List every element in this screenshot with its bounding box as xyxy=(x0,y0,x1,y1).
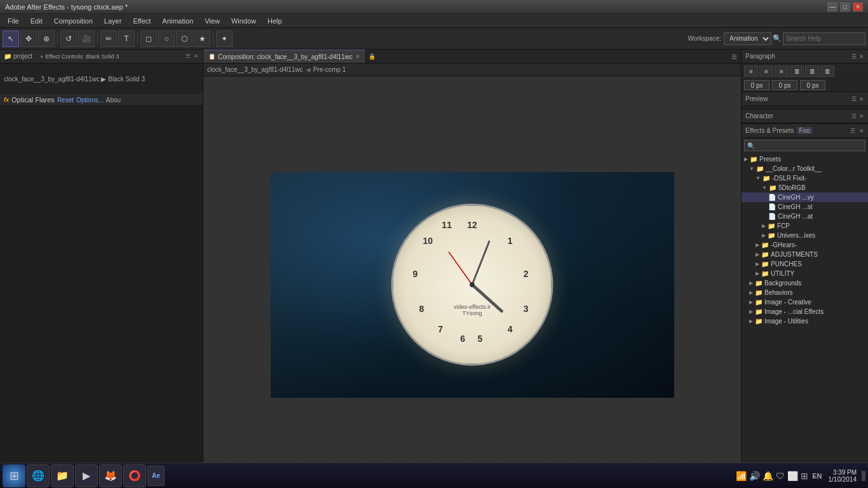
effects-close-btn[interactable]: ✕ xyxy=(859,128,864,134)
maximize-button[interactable]: □ xyxy=(840,3,850,11)
taskbar-media-btn[interactable]: ▶ xyxy=(75,464,98,487)
comp-tab-label: Composition: clock_face__3_by_agf81-d4l1… xyxy=(218,53,353,60)
center-panel: 📋 Composition: clock_face__3_by_agf81-d4… xyxy=(203,50,741,488)
tree-item-punches[interactable]: ▶ 📁 PUNCHES xyxy=(742,259,868,269)
effects-search-input[interactable] xyxy=(744,140,865,151)
tool-rotate[interactable]: ↺ xyxy=(60,30,77,47)
tool-pen[interactable]: ✏ xyxy=(100,30,117,47)
tree-item-fcp[interactable]: ▶ 📁 FCP xyxy=(742,221,868,231)
tree-arrow: ▶ xyxy=(749,309,753,315)
toolbar: ↖ ✥ ⊕ ↺ 🎥 ✏ T ◻ ○ ⬡ ★ ✦ Workspace: Anima… xyxy=(0,28,868,50)
clock-branding: video-effects.ir TYsong xyxy=(454,304,491,316)
tree-item-image-special[interactable]: ▶ 📁 Image - ...cial Effects xyxy=(742,307,868,316)
systray-notifications[interactable]: 🔔 xyxy=(763,471,773,481)
taskbar-start-button[interactable]: ⊞ xyxy=(3,464,25,487)
tree-item-backgrounds[interactable]: ▶ 📁 Backgrounds xyxy=(742,278,868,288)
effects-menu-btn[interactable]: ☰ xyxy=(850,128,855,134)
tool-shape-poly[interactable]: ⬡ xyxy=(176,30,193,47)
tree-item-ghears[interactable]: ▶ 📁 -GHears- xyxy=(742,240,868,250)
menu-view[interactable]: View xyxy=(200,16,225,26)
taskbar-clock[interactable]: 3:39 PM 1/10/2014 xyxy=(826,469,860,483)
app-title: Adobe After Effects - tysong clock.aep * xyxy=(5,3,128,11)
tree-item-cinegh-2[interactable]: 📄 CineGH ...st xyxy=(742,202,868,212)
paragraph-close-btn[interactable]: ✕ xyxy=(859,53,864,60)
menu-help[interactable]: Help xyxy=(262,16,287,26)
breadcrumb-item-1[interactable]: clock_face__3_by_agf81-d4l11wc xyxy=(207,66,303,73)
indent-right-input[interactable] xyxy=(772,80,797,90)
tree-item-universes[interactable]: ▶ 📁 Univers...ixes xyxy=(742,231,868,240)
systray-volume[interactable]: 🔊 xyxy=(749,471,760,481)
tree-item-behaviors[interactable]: ▶ 📁 Behaviors xyxy=(742,288,868,297)
tool-camera[interactable]: 🎥 xyxy=(78,30,95,47)
tree-item-cinegh-3[interactable]: 📄 CineGH ...at xyxy=(742,212,868,221)
project-tab[interactable]: 📁 project xyxy=(4,53,32,60)
tree-item-5dtorgb[interactable]: ▼ 📁 5DtoRGB xyxy=(742,183,868,193)
systray-battery[interactable]: ⬜ xyxy=(787,471,798,481)
comp-tab-main[interactable]: 📋 Composition: clock_face__3_by_agf81-d4… xyxy=(203,50,366,63)
tool-puppet[interactable]: ✦ xyxy=(216,30,233,47)
tree-item-dslr[interactable]: ▼ 📁 -DSLR Fixit- xyxy=(742,173,868,183)
systray-av-icon[interactable]: 🛡 xyxy=(776,471,785,481)
breadcrumb-item-2[interactable]: Pre-comp 1 xyxy=(313,66,346,73)
preview-menu-btn[interactable]: ☰ xyxy=(851,96,857,102)
taskbar-explorer-btn[interactable]: 📁 xyxy=(51,464,74,487)
tool-text[interactable]: T xyxy=(118,30,135,47)
tool-zoom[interactable]: ⊕ xyxy=(38,30,55,47)
systray-network[interactable]: 📶 xyxy=(736,471,747,481)
left-panel-close-btn[interactable]: ✕ xyxy=(193,53,199,60)
close-button[interactable]: ✕ xyxy=(853,3,863,11)
align-justify-all-btn[interactable]: ≣ xyxy=(805,65,819,77)
workspace-dropdown[interactable]: Animation xyxy=(724,32,771,45)
character-menu-btn[interactable]: ☰ xyxy=(851,113,857,119)
search-input[interactable] xyxy=(783,32,865,45)
align-left-btn[interactable]: ≡ xyxy=(744,65,758,77)
reset-button[interactable]: Reset xyxy=(57,97,74,104)
minimize-button[interactable]: — xyxy=(827,3,837,11)
tree-item-cinegh-1[interactable]: 📄 CineGH ...vy xyxy=(742,193,868,202)
tree-item-image-creative[interactable]: ▶ 📁 Image - Creative xyxy=(742,297,868,307)
menu-window[interactable]: Window xyxy=(226,16,261,26)
effect-controls-tab[interactable]: Effect Controls: Black Solid 3 xyxy=(45,53,119,60)
indent-before-input[interactable] xyxy=(800,80,825,90)
menu-animation[interactable]: Animation xyxy=(157,16,198,26)
tool-shape-ellipse[interactable]: ○ xyxy=(158,30,175,47)
tree-arrow: ▶ xyxy=(756,271,759,276)
tree-item-image-utilities[interactable]: ▶ 📁 Image - Utilities xyxy=(742,316,868,326)
comp-panel-menu[interactable]: ☰ xyxy=(731,53,741,60)
tree-label: Image - ...cial Effects xyxy=(764,308,824,315)
menu-composition[interactable]: Composition xyxy=(49,16,98,26)
menu-effect[interactable]: Effect xyxy=(128,16,156,26)
left-panel-menu-btn[interactable]: ☰ xyxy=(184,53,191,60)
tool-select[interactable]: ↖ xyxy=(3,30,19,47)
systray-lang-icon[interactable]: ⊞ xyxy=(801,471,808,481)
taskbar-firefox-btn[interactable]: 🦊 xyxy=(99,464,122,487)
tree-arrow: ▶ xyxy=(744,156,748,162)
align-justify-force-btn[interactable]: ≣ xyxy=(820,65,834,77)
menu-layer[interactable]: Layer xyxy=(99,16,127,26)
options-button[interactable]: Options... xyxy=(76,97,104,104)
preview-close-btn[interactable]: ✕ xyxy=(859,96,864,102)
comp-tab-close[interactable]: ✕ xyxy=(355,53,360,60)
tool-hand[interactable]: ✥ xyxy=(20,30,37,47)
menu-file[interactable]: File xyxy=(3,16,24,26)
tool-shape-rect[interactable]: ◻ xyxy=(140,30,157,47)
taskbar-aftereffects-app[interactable]: Ae xyxy=(147,466,165,486)
about-button[interactable]: Abou xyxy=(106,97,121,104)
taskbar-show-desktop[interactable] xyxy=(862,471,865,481)
taskbar-lang-display[interactable]: EN xyxy=(810,472,824,480)
tool-shape-star[interactable]: ★ xyxy=(194,30,210,47)
menu-edit[interactable]: Edit xyxy=(25,16,48,26)
align-justify-btn[interactable]: ≣ xyxy=(790,65,804,77)
align-right-btn[interactable]: ≡ xyxy=(775,65,789,77)
character-close-btn[interactable]: ✕ xyxy=(859,113,864,119)
tree-item-presets[interactable]: ▶ 📁 Presets xyxy=(742,154,868,164)
paragraph-menu-btn[interactable]: ☰ xyxy=(851,53,857,60)
tree-item-color-toolkit[interactable]: ▼ 📁 __Color...r Toolkit__ xyxy=(742,164,868,173)
taskbar-unknown-btn[interactable]: ⭕ xyxy=(123,464,146,487)
tree-item-utility[interactable]: ▶ 📁 UTILITY xyxy=(742,269,868,278)
taskbar-ie-btn[interactable]: 🌐 xyxy=(27,464,50,487)
tree-item-adjustments[interactable]: ▶ 📁 ADJUSTMENTS xyxy=(742,250,868,259)
indent-left-input[interactable] xyxy=(744,80,770,90)
align-center-btn[interactable]: ≡ xyxy=(759,65,773,77)
tree-label: CineGH ...vy xyxy=(778,194,814,201)
